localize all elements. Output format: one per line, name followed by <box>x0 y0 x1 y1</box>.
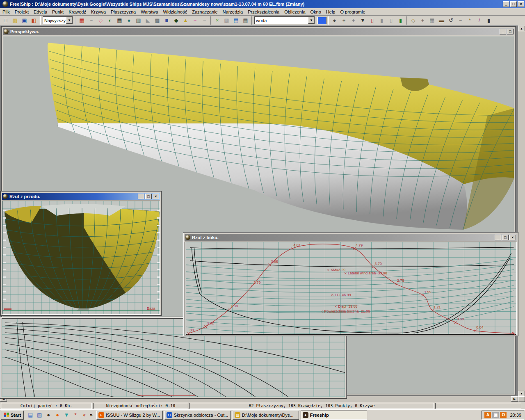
spark-icon[interactable]: * <box>465 16 475 25</box>
taskbar-clock[interactable]: 20:39 <box>508 413 521 418</box>
move-point-icon[interactable]: + <box>339 16 349 25</box>
layer-dropdown[interactable]: woda ▼ <box>254 16 315 24</box>
ql-freeship-icon[interactable]: ● <box>44 411 52 419</box>
new-file-icon[interactable]: □ <box>1 16 10 25</box>
lock-all-icon[interactable]: ▮ <box>396 16 405 25</box>
menu-projekt[interactable]: Projekt <box>12 9 31 15</box>
menu-help[interactable]: Help <box>324 9 338 15</box>
control-net-icon[interactable]: ▦ <box>115 16 124 25</box>
window-front[interactable]: Rzut z przodu. _ □ × <box>0 191 162 316</box>
menu-przekształcenia[interactable]: Przekształcenia <box>245 9 282 15</box>
window-side-titlebar[interactable]: Rzut z boku. _ □ × <box>185 234 517 241</box>
perspective-minimize-button[interactable]: _ <box>500 29 506 34</box>
hydrostatics-icon[interactable]: × <box>212 16 222 25</box>
menu-płaszczyzna[interactable]: Płaszczyzna <box>108 9 138 15</box>
wireframe-sphere-icon[interactable]: ● <box>124 16 134 25</box>
resistance-icon[interactable]: ▤ <box>231 16 241 25</box>
mirror-icon[interactable]: ▯ <box>368 16 377 25</box>
save-file-icon[interactable]: ▣ <box>20 16 29 25</box>
ql-flower-icon[interactable]: * <box>71 411 80 419</box>
front-maximize-button[interactable]: □ <box>145 194 152 199</box>
side-viewport[interactable]: 000.321.382.793.954.874.793.702.781.991.… <box>185 242 517 335</box>
curve-tool-icon[interactable]: ~ <box>456 16 465 25</box>
menu-okno[interactable]: Okno <box>308 9 324 15</box>
tray-a-icon[interactable]: A <box>484 412 491 418</box>
menu-narzędzia[interactable]: Narzędzia <box>220 9 246 15</box>
side-close-button[interactable]: × <box>509 235 516 240</box>
spline-icon[interactable]: ~ <box>200 16 209 25</box>
quicklaunch-chevron[interactable]: » <box>89 412 94 418</box>
ql-shield-icon[interactable]: ▼ <box>62 411 71 419</box>
flowlines-icon[interactable]: ~ <box>190 16 200 25</box>
stations-icon[interactable]: ▦ <box>77 16 87 25</box>
window-front-titlebar[interactable]: Rzut z przodu. _ □ × <box>2 193 160 200</box>
tray-app-icon[interactable]: ▣ <box>492 412 499 418</box>
task-outlook[interactable]: OSkrzynka odbiorcza - Out... <box>164 411 231 420</box>
menu-punkt[interactable]: Punkt <box>50 9 66 15</box>
task-folder[interactable]: ▨D:\Moje dokumenty\Dys... <box>233 411 299 420</box>
minimize-button[interactable]: _ <box>503 1 509 7</box>
layers-icon[interactable]: ▨ <box>222 16 231 25</box>
precision-dropdown-arrow[interactable]: ▼ <box>66 17 73 24</box>
restore-button[interactable]: □ <box>510 1 517 7</box>
window-side[interactable]: Rzut z boku. _ □ × 000.321.382.793. <box>183 232 518 336</box>
start-button[interactable]: Start <box>1 411 24 420</box>
gauss-curvature-icon[interactable]: ◐ <box>105 16 115 25</box>
intersect-grid-icon[interactable]: ▦ <box>427 16 437 25</box>
perspective-maximize-button[interactable]: □ <box>507 29 514 34</box>
precision-dropdown[interactable]: Najwyższy ▼ <box>43 16 73 24</box>
print-icon[interactable]: ▮ <box>484 16 493 25</box>
volume-icon[interactable]: ▬ <box>437 16 446 25</box>
scale-icon[interactable]: ◇ <box>409 16 418 25</box>
menu-krawędź[interactable]: Krawędź <box>66 9 89 15</box>
menu-obliczenia[interactable]: Obliczenia <box>282 9 308 15</box>
shell-curvature-icon[interactable]: ~ <box>87 16 96 25</box>
menu-krzywa[interactable]: Krzywa <box>89 9 108 15</box>
menu-edycja[interactable]: Edycja <box>31 9 50 15</box>
drop-point-icon[interactable]: ▼ <box>358 16 368 25</box>
align-icon[interactable]: + <box>418 16 427 25</box>
layer-color-swatch[interactable] <box>317 17 326 24</box>
menu-o-programie[interactable]: O programie <box>338 9 368 15</box>
front-minimize-button[interactable]: _ <box>138 194 144 199</box>
undo-icon[interactable]: ↺ <box>446 16 456 25</box>
open-file-icon[interactable]: ▨ <box>10 16 20 25</box>
window-grid-icon[interactable]: ▦ <box>241 16 250 25</box>
scroll-down-arrow[interactable]: ▼ <box>518 391 525 396</box>
task-freeship[interactable]: ●Freeship <box>301 411 367 420</box>
lock-icon[interactable]: ▮ <box>377 16 386 25</box>
ql-explorer-icon[interactable]: ▨ <box>35 411 43 419</box>
front-viewport[interactable]: Baza <box>2 201 160 315</box>
check-surface-icon[interactable]: ◇ <box>96 16 105 25</box>
calculator-icon[interactable]: ■ <box>162 16 171 25</box>
window-perspective-titlebar[interactable]: Perspektywa. _ □ <box>3 28 514 35</box>
leaf-icon[interactable]: ◆ <box>171 16 181 25</box>
front-close-button[interactable]: × <box>153 194 159 199</box>
app-titlebar[interactable]: Free!Ship : D:\Moje dokumenty\Dysk Googl… <box>0 0 525 8</box>
ql-firefox-icon[interactable]: ● <box>53 411 62 419</box>
tray-opera-icon[interactable]: O <box>500 412 507 418</box>
select-icon[interactable]: ● <box>330 16 339 25</box>
task-issuu[interactable]: FISSUU - W Slizgu 2 by W... <box>96 411 163 420</box>
menu-plik[interactable]: Plik <box>0 9 12 15</box>
side-maximize-button[interactable]: □ <box>502 235 509 240</box>
deck-icon[interactable]: ▲ <box>181 16 190 25</box>
close-button[interactable]: × <box>518 1 524 7</box>
hull-box-icon[interactable]: ▥ <box>134 16 143 25</box>
add-points-icon[interactable]: + <box>349 16 358 25</box>
menu-zaznaczanie[interactable]: Zaznaczanie <box>189 9 220 15</box>
vertical-scrollbar[interactable]: ▲ ▼ <box>518 25 525 397</box>
scroll-up-arrow[interactable]: ▲ <box>518 26 525 31</box>
layer-dropdown-arrow[interactable]: ▼ <box>308 17 315 24</box>
ql-opera-icon[interactable]: ◐ <box>80 411 89 419</box>
scroll-right-arrow[interactable]: ▶ <box>511 396 518 402</box>
unlock-icon[interactable]: ▯ <box>386 16 396 25</box>
exit-icon[interactable]: ◧ <box>29 16 39 25</box>
side-minimize-button[interactable]: _ <box>495 235 501 240</box>
developable-icon[interactable]: ◣ <box>143 16 153 25</box>
ql-document-icon[interactable]: ▤ <box>26 411 34 419</box>
magic-tool-icon[interactable]: / <box>475 16 484 25</box>
menu-widzialność[interactable]: Widzialność <box>161 9 190 15</box>
shaded-view-icon[interactable]: ▩ <box>153 16 162 25</box>
menu-warstwa[interactable]: Warstwa <box>138 9 160 15</box>
